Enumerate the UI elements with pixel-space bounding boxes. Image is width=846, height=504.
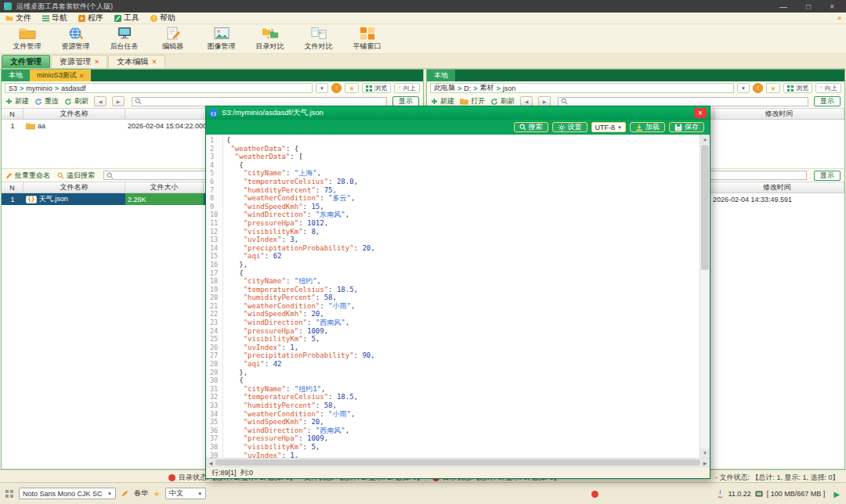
menu-item-4[interactable]: 工具 xyxy=(109,13,145,23)
breadcrumb-segment[interactable]: json xyxy=(503,85,516,92)
main-tab-2[interactable]: 资源管理× xyxy=(51,55,107,68)
left-breadcrumb[interactable]: S3>myminio>asdasdf xyxy=(5,83,313,93)
right-favorites-button[interactable]: ★ xyxy=(766,83,780,93)
left-recursive-search-button[interactable]: 递归搜索 xyxy=(57,171,95,181)
editor-load-button[interactable]: 加载 xyxy=(630,122,665,132)
editor-code-area[interactable]: { "weatherData": { "weatherData": [ { "c… xyxy=(223,135,700,458)
left-new-button[interactable]: 新建 xyxy=(5,96,29,106)
chevron-down-icon: ▼ xyxy=(741,86,746,91)
main-tab-3[interactable]: 文本编辑× xyxy=(108,55,164,68)
left-refresh-button[interactable]: 刷新 xyxy=(64,96,89,106)
left-back-button[interactable]: ◀ xyxy=(94,96,107,106)
left-quick-jump-button[interactable]: ↑ xyxy=(331,83,342,93)
right-breadcrumb-dropdown[interactable]: ▼ xyxy=(737,83,750,93)
editor-vertical-scrollbar[interactable]: ▲ ▼ xyxy=(700,135,710,458)
menu-item-3[interactable]: 程序 xyxy=(73,13,109,23)
editor-close-button[interactable]: × xyxy=(694,108,707,118)
right-quick-jump-button[interactable]: ↑ xyxy=(753,83,763,93)
toolbar-file-compare[interactable]: 文件对比 xyxy=(296,26,341,52)
scrollbar-thumb[interactable] xyxy=(701,145,709,270)
lp-tab-1[interactable]: 本地 xyxy=(2,70,30,81)
alert-icon[interactable] xyxy=(591,491,598,498)
toolbar-item-label: 编辑器 xyxy=(162,41,183,52)
language-selector[interactable]: 中文 ▼ xyxy=(165,488,206,499)
breadcrumb-segment[interactable]: myminio xyxy=(26,85,52,92)
java-version: 11.0.22 xyxy=(728,490,750,498)
right-file-show-button[interactable]: 显示 xyxy=(814,171,841,181)
tab-close-icon[interactable]: × xyxy=(152,58,156,66)
menu-item-label: 导航 xyxy=(52,13,67,23)
minimize-button[interactable]: — xyxy=(779,2,787,11)
editor-search-button[interactable]: 搜索 xyxy=(514,122,548,132)
scroll-down-icon[interactable]: ▼ xyxy=(700,448,710,458)
breadcrumb-segment[interactable]: 素材 xyxy=(480,83,494,93)
left-forward-button[interactable]: ▶ xyxy=(112,96,125,106)
column-header[interactable]: 修改时间 xyxy=(710,182,844,193)
menu-item-5[interactable]: ?帮助 xyxy=(145,13,181,23)
run-gc-icon[interactable]: ▶ xyxy=(833,490,840,499)
column-header[interactable]: 文件大小 xyxy=(125,182,204,193)
left-batch-rename-button[interactable]: 批量重命名 xyxy=(5,171,50,181)
layout-grid-icon[interactable] xyxy=(5,490,13,498)
toolbar-dir-compare[interactable]: 目录对比 xyxy=(248,26,292,52)
menu-overflow-icon[interactable]: » xyxy=(837,14,846,22)
menu-item-1[interactable]: 文件 xyxy=(0,13,37,23)
main-tab-bar: 文件管理资源管理×文本编辑× xyxy=(0,54,846,69)
left-dir-search-input[interactable] xyxy=(132,97,387,106)
editor-window: { } S3:/myminio/asdasdf/天气.json × 搜索 设置 … xyxy=(205,106,710,479)
window-close-button[interactable]: × xyxy=(830,2,834,11)
right-dir-search-input[interactable] xyxy=(558,97,808,106)
rp-tab-1[interactable]: 本地 xyxy=(427,70,455,81)
pen-icon[interactable] xyxy=(121,490,128,497)
breadcrumb-segment[interactable]: 此电脑 xyxy=(434,83,455,93)
scroll-left-icon[interactable]: ◀ xyxy=(206,459,215,466)
tab-label: minioS3测试 xyxy=(37,70,77,81)
column-header[interactable]: 修改时间 xyxy=(714,109,844,119)
breadcrumb-segment[interactable]: D: xyxy=(464,85,471,92)
json-file-icon: {} xyxy=(26,196,37,203)
right-browse-button[interactable]: 浏览 xyxy=(783,83,812,93)
menu-item-2[interactable]: 导航 xyxy=(37,13,73,23)
scroll-up-icon[interactable]: ▲ xyxy=(700,135,710,144)
editor-save-button[interactable]: 保存 xyxy=(669,122,704,132)
toolbar-tile-windows[interactable]: 平铺窗口 xyxy=(345,26,389,52)
scrollbar-thumb[interactable] xyxy=(215,459,700,466)
up-icon: ↑ xyxy=(756,85,759,92)
left-favorites-button[interactable]: ★ xyxy=(345,83,359,93)
toolbar-image-manager[interactable]: 图像管理 xyxy=(199,26,244,52)
column-header[interactable]: 文件名称 xyxy=(24,109,125,119)
cursor-position: 行:89[1] 列:0 xyxy=(212,468,253,478)
left-up-button[interactable]: ↑ 向上 xyxy=(394,83,420,93)
editor-settings-button[interactable]: 设置 xyxy=(552,122,588,132)
breadcrumb-segment[interactable]: asdasdf xyxy=(61,85,86,92)
tab-close-icon[interactable]: × xyxy=(95,58,99,66)
tab-close-icon[interactable]: × xyxy=(80,72,84,80)
right-breadcrumb[interactable]: 此电脑>D:>素材>json xyxy=(430,83,734,93)
column-header[interactable]: N xyxy=(2,182,24,193)
star-icon[interactable]: ★ xyxy=(154,490,160,498)
column-header[interactable]: N xyxy=(2,109,24,119)
toolbar-editor[interactable]: 编辑器 xyxy=(150,26,195,52)
editor-title-bar[interactable]: { } S3:/myminio/asdasdf/天气.json × xyxy=(206,106,710,120)
app-icon xyxy=(4,2,12,10)
lp-tab-2[interactable]: minioS3测试× xyxy=(30,70,91,81)
maximize-button[interactable]: □ xyxy=(806,2,811,11)
breadcrumb-segment[interactable]: S3 xyxy=(9,85,17,92)
memory-usage: [ 100 MB/667 MB ] xyxy=(767,490,826,498)
editor-horizontal-scrollbar[interactable]: ◀ ▶ xyxy=(206,458,710,466)
toolbar-background-tasks[interactable]: 后台任务 xyxy=(102,26,146,52)
main-tab-1[interactable]: 文件管理 xyxy=(2,55,50,68)
scroll-right-icon[interactable]: ▶ xyxy=(700,459,710,466)
left-reconnect-button[interactable]: 重连 xyxy=(34,96,59,106)
font-selector[interactable]: Noto Sans Mono CJK SC ▼ xyxy=(19,488,116,499)
left-browse-button[interactable]: 浏览 xyxy=(362,83,391,93)
left-breadcrumb-dropdown[interactable]: ▼ xyxy=(316,83,328,93)
column-header[interactable]: 文件名称 xyxy=(24,182,125,193)
chevron-down-icon: ▼ xyxy=(617,125,622,130)
toolbar-resource-manager[interactable]: 资源管理 xyxy=(53,26,98,52)
right-up-button[interactable]: ↑ 向上 xyxy=(815,83,841,93)
toolbar-file-manager[interactable]: 文件管理 xyxy=(5,26,49,52)
editor-encoding-select[interactable]: UTF-8 ▼ xyxy=(591,122,626,132)
right-dir-show-button[interactable]: 显示 xyxy=(814,96,841,106)
editor-file-icon: { } xyxy=(209,109,218,117)
